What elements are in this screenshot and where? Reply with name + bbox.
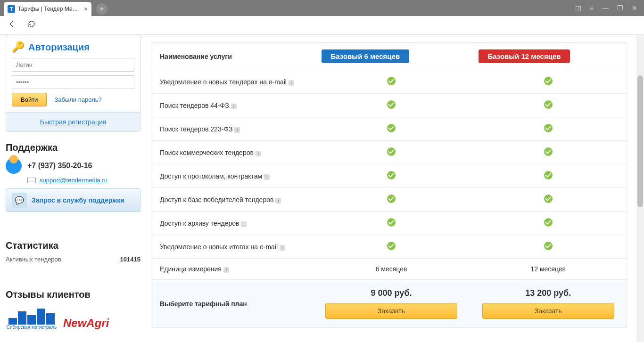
feature-label: Уведомление о новых тендерах на e-maili [151,70,313,94]
support-request-label: Запрос в службу поддержки [32,196,124,204]
feature-label: Поиск тендеров 223-ФЗi [151,117,313,141]
auth-panel: 🔑 Авторизация Войти Забыли пароль? Быстр… [6,35,140,132]
check-icon [387,77,396,85]
feature-row: Доступ к архиву тендеровi [151,212,627,235]
support-section: Поддержка +7 (937) 350-20-16 support@ten… [6,142,140,212]
check-icon [387,242,396,250]
tab-favicon: Т [8,5,15,13]
login-input[interactable] [12,58,134,72]
check-icon [544,171,553,179]
feature-plan2-check [470,70,627,94]
check-icon [387,195,396,203]
client-logo-2: NewAgri [63,317,109,330]
feature-plan2-check [470,117,627,141]
check-icon [387,218,396,227]
cta-label: Выберите тарифный план [151,280,313,328]
info-icon[interactable]: i [256,151,261,156]
auth-title: Авторизация [28,42,90,53]
feature-plan2-check [470,164,627,188]
feature-plan1-check [313,94,470,117]
stats-title: Статистика [6,240,140,251]
feature-plan1-check [313,212,470,235]
info-icon[interactable]: i [275,198,281,204]
unit-label: Единица измеренияi [151,259,313,280]
feature-plan1-check [313,188,470,212]
check-icon [544,242,553,250]
phone-icon [6,158,22,174]
mail-icon [27,178,36,183]
browser-tab-bar: Т Тарифы | Тендер Меди... × + ◫ ≡ — ❐ ✕ [0,0,644,16]
reviews-section: Отзывы клиентов Сибирская магистраль New… [6,289,140,330]
header-feature: Наименование услуги [151,43,313,70]
reviews-title: Отзывы клиентов [6,289,140,300]
feature-plan1-check [313,141,470,164]
bookmarks-icon[interactable]: ◫ [575,4,581,12]
feature-row: Поиск тендеров 44-ФЗi [151,94,627,117]
info-icon[interactable]: i [234,127,240,133]
stats-section: Статистика Активных тендеров 101415 [6,240,140,263]
feature-label: Доступ к архиву тендеровi [151,212,313,235]
check-icon [387,147,396,156]
pricing-table: Наименование услуги Базовый 6 месяцев Ба… [151,42,627,328]
support-phone: +7 (937) 350-20-16 [27,162,92,170]
forgot-password-link[interactable]: Забыли пароль? [54,96,101,103]
window-controls: ◫ ≡ — ❐ ✕ [575,0,644,16]
feature-label: Поиск тендеров 44-ФЗi [151,94,313,117]
main-content: Наименование услуги Базовый 6 месяцев Ба… [146,35,636,342]
check-icon [544,218,553,227]
browser-tab[interactable]: Т Тарифы | Тендер Меди... × [4,2,91,16]
stat-value: 101415 [120,256,140,263]
price-plan2: 13 200 руб. [479,288,618,298]
support-email[interactable]: support@tendermedia.ru [40,177,107,184]
browser-toolbar [0,16,644,35]
tab-close-icon[interactable]: × [84,5,88,13]
info-icon[interactable]: i [289,80,294,86]
check-icon [387,100,396,109]
quick-register-link[interactable]: Быстрая регистрация [40,118,107,126]
unit-plan2: 12 месяцев [470,259,627,280]
feature-plan1-check [313,164,470,188]
reload-button[interactable] [27,20,36,31]
maximize-icon[interactable]: ❐ [617,4,623,12]
cta-plan1: 9 000 руб. Заказать [313,280,470,328]
info-icon[interactable]: i [280,245,285,251]
feature-label: Доступ к протоколам, контрактамi [151,164,313,188]
check-icon [544,77,553,85]
feature-row: Уведомление о новых тендерах на e-maili [151,70,627,94]
scrollbar-thumb[interactable] [637,75,643,207]
close-window-icon[interactable]: ✕ [632,4,637,12]
support-title: Поддержка [6,142,140,153]
order-button-plan1[interactable]: Заказать [325,303,457,319]
feature-plan1-check [313,70,470,94]
minimize-icon[interactable]: — [602,4,609,12]
feature-plan1-check [313,117,470,141]
menu-icon[interactable]: ≡ [590,4,594,12]
info-icon[interactable]: i [231,104,237,109]
feature-plan1-check [313,235,470,259]
check-icon [544,100,553,109]
header-plan2: Базовый 12 месяцев [470,43,627,70]
password-input[interactable] [12,75,134,89]
feature-plan2-check [470,141,627,164]
info-icon[interactable]: i [223,267,229,273]
info-icon[interactable]: i [264,174,270,180]
unit-plan1: 6 месяцев [313,259,470,280]
feature-label: Поиск коммерческих тендеровi [151,141,313,164]
tab-title: Тарифы | Тендер Меди... [18,6,81,12]
feature-row: Доступ к протоколам, контрактамi [151,164,627,188]
header-plan1: Базовый 6 месяцев [313,43,470,70]
price-plan1: 9 000 руб. [322,288,462,298]
chat-icon: 💬 [12,193,27,208]
scrollbar[interactable] [636,35,644,342]
login-button[interactable]: Войти [12,93,47,106]
order-button-plan2[interactable]: Заказать [482,303,614,319]
back-button[interactable] [8,20,16,31]
check-icon [544,147,553,156]
feature-label: Доступ к базе победителей тендеровi [151,188,313,212]
info-icon[interactable]: i [241,221,247,227]
support-request-button[interactable]: 💬 Запрос в службу поддержки [6,188,140,212]
new-tab-button[interactable]: + [96,3,107,15]
check-icon [544,195,553,203]
check-icon [544,124,553,132]
plan2-badge: Базовый 12 месяцев [479,49,570,63]
